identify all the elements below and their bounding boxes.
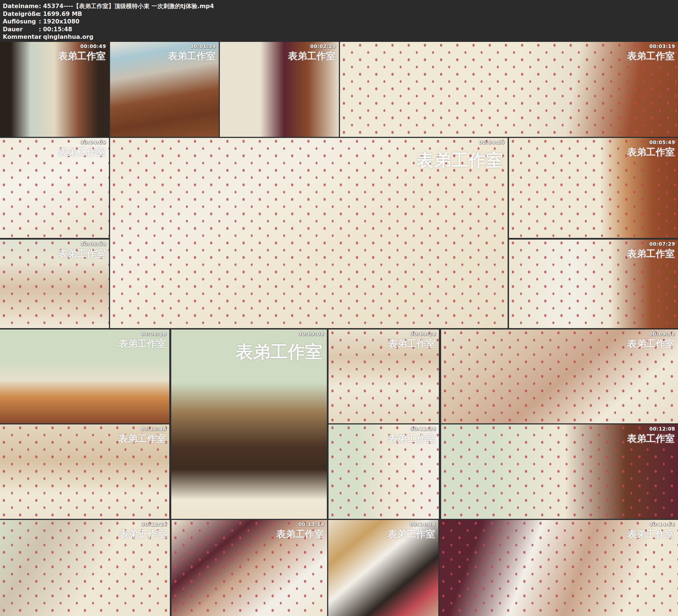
thumbnail-cell-thumb-16: 表弟工作室00:12:08: [441, 424, 678, 519]
thumbnail-cell-thumb-14: 表弟工作室00:10:48: [0, 424, 169, 519]
metadata-row-dateiname: Dateiname:45374----【表弟工作室】顶级模特小束 一次刺激的tj…: [3, 2, 214, 10]
studio-watermark: 表弟工作室: [627, 432, 675, 445]
thumbnail-cell-thumb-7: 表弟工作室00:05:49: [509, 138, 678, 238]
metadata-label: Dateigröße: [3, 11, 37, 17]
thumbnail-cell-thumb-12: 表弟工作室00:09:28: [329, 330, 439, 423]
metadata-row-dauer: Dauer:00:15:48: [3, 26, 72, 33]
metadata-header: Dateiname:45374----【表弟工作室】顶级模特小束 一次刺激的tj…: [0, 0, 678, 42]
studio-watermark: 表弟工作室: [288, 50, 336, 63]
frame-timestamp: 00:13:18: [298, 522, 324, 527]
metadata-separator: :: [37, 26, 43, 33]
metadata-row-kommentar: Kommentar:qinglanhua.org: [3, 33, 93, 41]
thumbnail-cell-thumb-20: 表弟工作室00:14:58: [440, 520, 678, 616]
frame-timestamp: 00:06:39: [80, 241, 106, 247]
studio-watermark: 表弟工作室: [118, 432, 166, 445]
metadata-separator: :: [37, 11, 43, 17]
frame-timestamp: 00:09:58: [649, 331, 675, 337]
metadata-row-auflösung: Auflösung:1920x1080: [3, 17, 79, 26]
thumbnail-cell-thumb-17: 表弟工作室00:12:28: [0, 520, 170, 616]
contact-sheet: Dateiname:45374----【表弟工作室】顶级模特小束 一次刺激的tj…: [0, 0, 678, 616]
frame-timestamp: 00:11:38: [410, 426, 436, 432]
thumbnail-cell-thumb-11: 表弟工作室00:09:08: [171, 330, 327, 519]
studio-watermark: 表弟工作室: [388, 432, 436, 445]
thumbnail-cell-thumb-3: 表弟工作室00:02:29: [220, 42, 339, 137]
metadata-separator: :: [37, 34, 43, 40]
thumbnail-cell-thumb-13: 表弟工作室00:09:58: [441, 330, 678, 423]
thumbnail-cell-thumb-19: 表弟工作室00:14:08: [328, 520, 438, 616]
frame-timestamp: 00:12:08: [649, 426, 675, 432]
frame-timestamp: 00:04:09: [80, 140, 106, 145]
studio-watermark: 表弟工作室: [58, 50, 106, 63]
metadata-value: 00:15:48: [43, 26, 72, 33]
metadata-value: 1699.69 MB: [43, 11, 82, 17]
metadata-separator: :: [37, 18, 43, 25]
thumbnail-cell-thumb-15: 表弟工作室00:11:38: [329, 424, 439, 519]
frame-timestamp: 00:09:08: [298, 331, 324, 337]
metadata-label: Auflösung: [3, 18, 37, 25]
metadata-value: 1920x1080: [43, 18, 79, 25]
studio-watermark: 表弟工作室: [236, 340, 323, 363]
thumbnail-cell-thumb-10: 表弟工作室00:08:18: [0, 330, 169, 423]
thumbnail-cell-thumb-8: 表弟工作室00:06:39: [0, 240, 109, 328]
frame-timestamp: 00:03:19: [649, 44, 675, 49]
frame-timestamp: 00:05:49: [649, 140, 675, 145]
metadata-label: Dateiname: [3, 3, 37, 9]
frame-timestamp: 00:09:28: [410, 331, 436, 337]
frame-timestamp: 00:01:39: [190, 44, 216, 49]
studio-watermark: 表弟工作室: [627, 50, 675, 63]
studio-watermark: 表弟工作室: [627, 146, 675, 159]
studio-watermark: 表弟工作室: [58, 247, 106, 260]
metadata-row-dateigröße: Dateigröße:1699.69 MB: [3, 10, 82, 18]
frame-timestamp: 00:08:18: [141, 331, 166, 337]
studio-watermark: 表弟工作室: [627, 247, 675, 260]
studio-watermark: 表弟工作室: [627, 337, 675, 350]
studio-watermark: 表弟工作室: [58, 146, 106, 159]
frame-timestamp: 00:14:58: [649, 522, 675, 527]
studio-watermark: 表弟工作室: [388, 337, 436, 350]
frame-timestamp: 00:04:59: [479, 140, 505, 145]
thumbnail-cell-thumb-2: 表弟工作室00:01:39: [110, 42, 219, 137]
frame-timestamp: 00:00:49: [80, 44, 106, 49]
thumbnail-cell-thumb-4: 表弟工作室00:03:19: [340, 42, 678, 137]
frame-timestamp: 00:07:29: [649, 241, 675, 247]
studio-watermark: 表弟工作室: [118, 337, 166, 350]
metadata-separator: :: [37, 3, 43, 9]
studio-watermark: 表弟工作室: [627, 528, 675, 541]
metadata-label: Dauer: [3, 26, 37, 33]
studio-watermark: 表弟工作室: [276, 528, 324, 541]
metadata-value: 45374----【表弟工作室】顶级模特小束 一次刺激的tj体验.mp4: [43, 2, 214, 10]
metadata-label: Kommentar: [3, 34, 37, 40]
frame-timestamp: 00:14:08: [410, 522, 436, 527]
thumbnail-cell-thumb-5: 表弟工作室00:04:09: [0, 138, 109, 238]
thumbnail-cell-thumb-1: 表弟工作室00:00:49: [0, 42, 109, 137]
frame-timestamp: 00:12:28: [141, 522, 167, 527]
frame-timestamp: 00:10:48: [141, 426, 166, 432]
studio-watermark: 表弟工作室: [119, 528, 166, 541]
thumbnail-cell-thumb-9: 表弟工作室00:07:29: [509, 240, 678, 328]
thumbnail-cell-thumb-6: 表弟工作室00:04:59: [110, 138, 507, 328]
frame-timestamp: 00:02:29: [310, 44, 336, 49]
studio-watermark: 表弟工作室: [387, 528, 435, 541]
studio-watermark: 表弟工作室: [168, 50, 215, 63]
studio-watermark: 表弟工作室: [417, 149, 503, 172]
thumbnail-cell-thumb-18: 表弟工作室00:13:18: [172, 520, 327, 616]
metadata-value: qinglanhua.org: [43, 34, 93, 40]
